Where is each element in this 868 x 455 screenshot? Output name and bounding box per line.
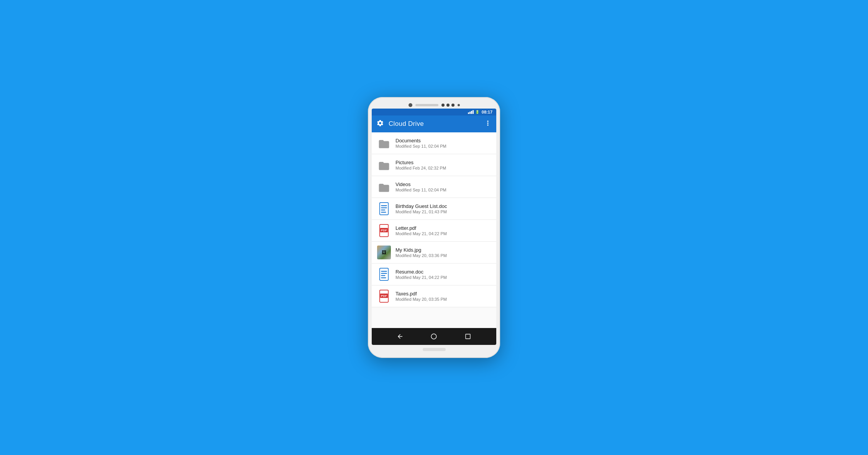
svg-rect-10 xyxy=(381,273,387,274)
app-bar-title: Cloud Drive xyxy=(389,120,479,128)
dot-sensor xyxy=(458,104,460,106)
signal-bar-1 xyxy=(468,112,469,114)
file-name: My Kids.jpg xyxy=(395,247,491,253)
app-bar: Cloud Drive xyxy=(372,115,496,132)
signal-icon xyxy=(468,110,474,114)
doc-icon xyxy=(377,267,391,281)
svg-rect-11 xyxy=(381,275,385,276)
battery-icon: 🔋 xyxy=(475,110,479,114)
physical-home-button xyxy=(423,348,446,351)
folder-icon xyxy=(377,158,391,172)
list-item[interactable]: Birthday Guest List.docModified May 21, … xyxy=(372,198,496,220)
status-time: 08:17 xyxy=(482,110,492,114)
nav-bar xyxy=(372,328,496,345)
file-modified-date: Modified May 20, 03:36 PM xyxy=(395,253,491,258)
list-item[interactable]: VideosModified Sep 11, 02:04 PM xyxy=(372,176,496,198)
list-item[interactable]: PDF Letter.pdfModified May 21, 04:22 PM xyxy=(372,220,496,242)
file-name: Documents xyxy=(395,138,491,143)
file-list: DocumentsModified Sep 11, 02:04 PM Pictu… xyxy=(372,132,496,328)
dot2 xyxy=(446,104,450,107)
screen: 🔋 08:17 Cloud Drive DocumentsModified Se… xyxy=(372,109,496,345)
status-bar: 🔋 08:17 xyxy=(372,109,496,115)
svg-rect-9 xyxy=(381,271,387,272)
signal-bar-4 xyxy=(473,110,474,114)
more-icon[interactable] xyxy=(484,119,492,129)
folder-icon xyxy=(377,180,391,194)
folder-icon xyxy=(377,136,391,150)
file-modified-date: Modified May 21, 04:22 PM xyxy=(395,275,491,280)
home-button[interactable] xyxy=(428,330,440,343)
svg-rect-2 xyxy=(381,208,387,208)
signal-bar-3 xyxy=(471,111,472,114)
file-modified-date: Modified May 21, 01:43 PM xyxy=(395,209,491,214)
file-modified-date: Modified Sep 11, 02:04 PM xyxy=(395,144,491,148)
file-name: Taxes.pdf xyxy=(395,291,491,297)
pdf-icon: PDF xyxy=(377,289,391,303)
list-item[interactable]: PDF Taxes.pdfModified May 20, 03:35 PM xyxy=(372,285,496,307)
back-button[interactable] xyxy=(394,330,406,343)
file-modified-date: Modified May 21, 04:22 PM xyxy=(395,231,491,236)
phone-bottom xyxy=(423,345,446,351)
svg-rect-3 xyxy=(381,209,385,210)
phone-shell: 🔋 08:17 Cloud Drive DocumentsModified Se… xyxy=(368,97,500,358)
list-item[interactable]: 🖼My Kids.jpgModified May 20, 03:36 PM xyxy=(372,242,496,264)
file-name: Pictures xyxy=(395,160,491,165)
svg-rect-17 xyxy=(466,334,470,339)
speaker xyxy=(415,104,438,106)
file-modified-date: Modified May 20, 03:35 PM xyxy=(395,297,491,302)
settings-icon[interactable] xyxy=(376,119,384,129)
front-camera xyxy=(409,103,412,107)
svg-rect-1 xyxy=(381,205,387,206)
svg-rect-0 xyxy=(380,203,389,215)
list-item[interactable]: DocumentsModified Sep 11, 02:04 PM xyxy=(372,132,496,154)
file-name: Letter.pdf xyxy=(395,225,491,231)
list-item[interactable]: PicturesModified Feb 24, 02:32 PM xyxy=(372,154,496,176)
dot1 xyxy=(441,104,445,107)
signal-bar-2 xyxy=(469,112,471,114)
list-item[interactable]: Resume.docModified May 21, 04:22 PM xyxy=(372,264,496,285)
file-modified-date: Modified Feb 24, 02:32 PM xyxy=(395,166,491,170)
svg-point-16 xyxy=(432,334,437,339)
pdf-icon: PDF xyxy=(377,224,391,237)
phone-top-bar xyxy=(368,101,500,109)
file-modified-date: Modified Sep 11, 02:04 PM xyxy=(395,188,491,192)
dot3 xyxy=(451,104,455,107)
recent-button[interactable] xyxy=(462,330,474,343)
svg-text:PDF: PDF xyxy=(381,294,387,298)
image-thumbnail: 🖼 xyxy=(377,246,391,259)
file-name: Resume.doc xyxy=(395,269,491,275)
doc-icon xyxy=(377,202,391,216)
svg-rect-8 xyxy=(380,268,389,280)
file-name: Birthday Guest List.doc xyxy=(395,203,491,209)
svg-text:PDF: PDF xyxy=(381,229,387,232)
svg-rect-12 xyxy=(381,277,386,278)
top-dots xyxy=(441,104,455,107)
svg-rect-4 xyxy=(381,212,386,213)
file-name: Videos xyxy=(395,181,491,187)
